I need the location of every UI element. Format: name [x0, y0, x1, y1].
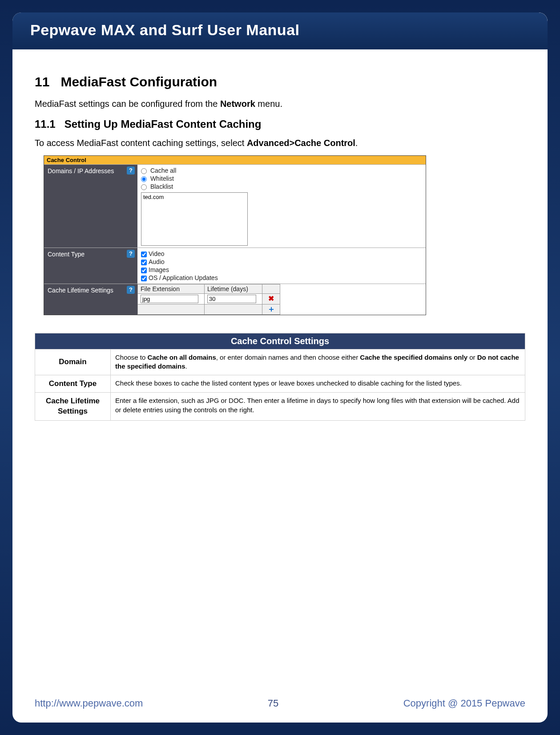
field-content-type: Video Audio Images OS / Application Upda… — [137, 248, 426, 284]
days-input[interactable] — [207, 295, 256, 303]
col-file-ext: File Extension — [138, 284, 205, 294]
settings-caption: Cache Control Settings — [35, 333, 525, 349]
lifetime-table: File Extension Lifetime (days) ✖ — [137, 284, 280, 315]
field-lifetime: File Extension Lifetime (days) ✖ — [137, 284, 426, 315]
col-lifetime-days: Lifetime (days) — [205, 284, 262, 294]
cache-control-screenshot: Cache Control Domains / IP Addresses ? C… — [44, 155, 426, 315]
section-number: 11 — [35, 74, 49, 89]
radio-blacklist-input[interactable] — [141, 184, 147, 190]
help-icon[interactable]: ? — [127, 250, 135, 258]
help-icon[interactable]: ? — [127, 166, 135, 175]
footer-page: 75 — [268, 698, 278, 709]
intro-paragraph-2: To access MediaFast content caching sett… — [35, 137, 525, 149]
page-body: Pepwave MAX and Surf User Manual 11 Medi… — [12, 12, 548, 723]
intro-paragraph-1: MediaFast settings can be configured fro… — [35, 97, 525, 110]
settings-val-content-type: Check these boxes to cache the listed co… — [111, 375, 525, 393]
settings-val-lifetime: Enter a file extension, such as JPG or D… — [111, 393, 525, 421]
label-lifetime: Cache Lifetime Settings ? — [44, 284, 137, 315]
field-domains: Cache all Whitelist Blacklist ted.com — [137, 165, 426, 248]
subsection-heading: 11.1 Setting Up MediaFast Content Cachin… — [35, 118, 525, 130]
check-os-updates-input[interactable] — [141, 276, 147, 281]
subsection-title: Setting Up MediaFast Content Caching — [64, 118, 262, 130]
cache-control-settings-table: Cache Control Settings Domain Choose to … — [35, 333, 525, 421]
lifetime-add-row: ＋ — [138, 305, 280, 315]
panel-title: Cache Control — [44, 156, 426, 164]
lifetime-row: ✖ — [138, 294, 280, 305]
check-audio-input[interactable] — [141, 260, 147, 265]
footer-copyright: Copyright @ 2015 Pepwave — [403, 698, 525, 709]
delete-row-icon[interactable]: ✖ — [267, 295, 275, 303]
radio-whitelist[interactable]: Whitelist — [141, 175, 422, 183]
section-heading: 11 MediaFast Configuration — [35, 74, 525, 89]
radio-blacklist[interactable]: Blacklist — [141, 183, 422, 191]
page-frame: Pepwave MAX and Surf User Manual 11 Medi… — [0, 0, 560, 735]
settings-key-content-type: Content Type — [35, 375, 111, 393]
section-title: MediaFast Configuration — [60, 74, 217, 89]
row-content-type: Content Type ? Video Audio Images OS / A… — [44, 248, 426, 284]
help-icon[interactable]: ? — [127, 286, 135, 294]
label-domains: Domains / IP Addresses ? — [44, 165, 137, 248]
document-title: Pepwave MAX and Surf User Manual — [30, 21, 530, 39]
content-area: 11 MediaFast Configuration MediaFast set… — [12, 49, 548, 421]
add-row-icon[interactable]: ＋ — [267, 305, 275, 313]
settings-key-lifetime: Cache Lifetime Settings — [35, 393, 111, 421]
check-video-input[interactable] — [141, 252, 147, 257]
page-footer: http://www.pepwave.com 75 Copyright @ 20… — [35, 698, 525, 709]
label-content-type: Content Type ? — [44, 248, 137, 284]
check-audio[interactable]: Audio — [141, 258, 422, 266]
check-images[interactable]: Images — [141, 266, 422, 274]
domains-textarea[interactable]: ted.com — [141, 192, 248, 246]
radio-cache-all-input[interactable] — [141, 168, 147, 174]
document-header: Pepwave MAX and Surf User Manual — [12, 12, 548, 49]
radio-cache-all[interactable]: Cache all — [141, 166, 422, 175]
check-video[interactable]: Video — [141, 250, 422, 258]
settings-row-lifetime: Cache Lifetime Settings Enter a file ext… — [35, 393, 525, 421]
settings-val-domain: Choose to Cache on all domains, or enter… — [111, 349, 525, 375]
row-lifetime: Cache Lifetime Settings ? File Extension… — [44, 284, 426, 315]
ext-input[interactable] — [141, 295, 198, 303]
subsection-number: 11.1 — [35, 118, 56, 130]
settings-key-domain: Domain — [35, 349, 111, 375]
row-domains: Domains / IP Addresses ? Cache all White… — [44, 164, 426, 248]
check-os-updates[interactable]: OS / Application Updates — [141, 274, 422, 282]
check-images-input[interactable] — [141, 268, 147, 273]
settings-row-domain: Domain Choose to Cache on all domains, o… — [35, 349, 525, 375]
radio-whitelist-input[interactable] — [141, 176, 147, 182]
footer-url: http://www.pepwave.com — [35, 698, 143, 709]
settings-row-content-type: Content Type Check these boxes to cache … — [35, 375, 525, 393]
